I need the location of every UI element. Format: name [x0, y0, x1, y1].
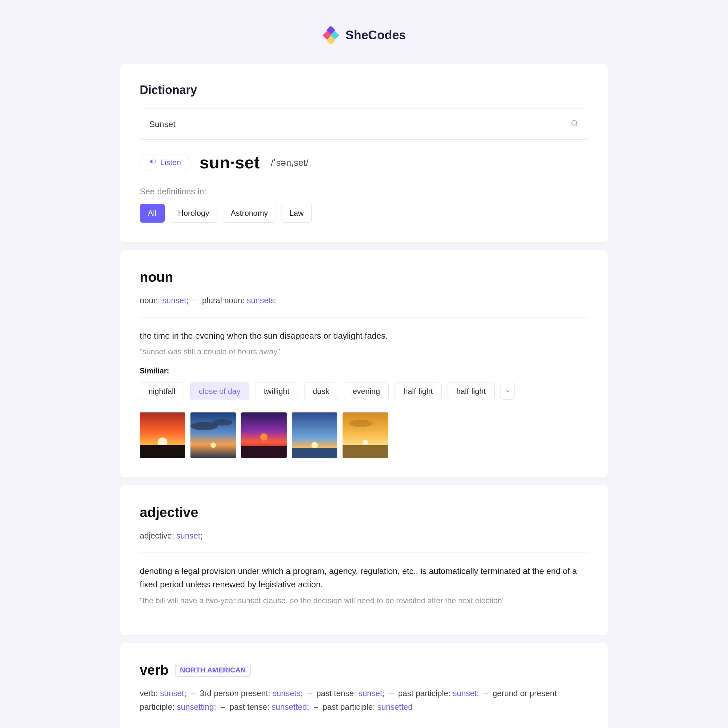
adjective-example: "the bill will have a two-year sunset cl…: [140, 596, 588, 605]
pos-heading-noun: noun: [140, 269, 588, 285]
svg-rect-8: [140, 445, 185, 458]
brand-header: SheCodes: [120, 26, 608, 44]
pos-heading-verb: verb NORTH AMERICAN: [140, 662, 588, 678]
phonetic: /ˈsənˌset/: [271, 157, 309, 168]
similar-pill[interactable]: half-light: [395, 382, 442, 400]
noun-definition: the time in the evening when the sun dis…: [140, 329, 588, 343]
category-pill-astronomy[interactable]: Astronomy: [223, 204, 276, 223]
divider: [140, 724, 588, 724]
sunset-thumb[interactable]: [241, 413, 287, 458]
noun-card: noun noun: sunset; – plural noun: sunset…: [120, 250, 608, 477]
noun-forms: noun: sunset; – plural noun: sunsets;: [140, 294, 588, 307]
listen-button[interactable]: Listen: [140, 154, 190, 171]
sound-icon: [149, 158, 156, 167]
region-badge: NORTH AMERICAN: [175, 664, 251, 677]
svg-point-20: [349, 419, 373, 427]
sunset-thumb[interactable]: [343, 413, 388, 458]
headword: sun·set: [200, 153, 260, 172]
search-icon[interactable]: [570, 119, 579, 130]
category-pill-law[interactable]: Law: [281, 204, 312, 223]
verb-card: verb NORTH AMERICAN verb: sunset; – 3rd …: [120, 643, 608, 728]
similar-row: nightfallclose of daytwillightduskevenin…: [140, 382, 588, 400]
dictionary-title: Dictionary: [140, 83, 588, 97]
similar-pill[interactable]: nightfall: [140, 382, 184, 400]
svg-rect-15: [241, 446, 287, 458]
svg-rect-9: [190, 413, 236, 458]
similar-label: Similiar:: [140, 367, 588, 375]
expand-similar-button[interactable]: [500, 383, 515, 400]
similar-pill[interactable]: dusk: [304, 382, 338, 400]
logo-icon: [322, 26, 340, 44]
divider: [140, 317, 588, 318]
sunset-thumb[interactable]: [292, 413, 337, 458]
brand-name: SheCodes: [346, 28, 406, 42]
noun-example: "sunset was still a couple of hours away…: [140, 347, 588, 356]
divider: [140, 552, 588, 553]
verb-forms: verb: sunset; – 3rd person present: suns…: [140, 687, 588, 714]
similar-pill[interactable]: twillight: [255, 382, 298, 400]
svg-point-11: [212, 419, 232, 426]
headword-row: Listen sun·set /ˈsənˌset/: [140, 153, 588, 172]
sunset-thumb[interactable]: [190, 413, 236, 458]
sunset-thumb[interactable]: [140, 413, 185, 458]
image-thumbnails: [140, 413, 588, 458]
svg-rect-22: [343, 445, 388, 458]
adjective-definition: denoting a legal provision under which a…: [140, 564, 588, 592]
see-definitions-label: See definitions in:: [140, 187, 588, 197]
svg-point-21: [363, 440, 368, 445]
search-field-wrap[interactable]: [140, 109, 588, 140]
svg-point-14: [260, 433, 268, 440]
listen-label: Listen: [160, 158, 181, 167]
adjective-card: adjective adjective: sunset; denoting a …: [120, 485, 608, 635]
category-pills: AllHorologyAstronomyLaw: [140, 204, 588, 223]
svg-point-12: [211, 442, 216, 448]
pos-label-verb: verb: [140, 662, 169, 678]
svg-rect-18: [292, 448, 337, 458]
similar-pill[interactable]: close of day: [190, 382, 249, 400]
adjective-forms: adjective: sunset;: [140, 529, 588, 543]
svg-point-4: [572, 120, 577, 125]
search-input[interactable]: [149, 119, 570, 129]
svg-line-5: [576, 124, 578, 126]
category-pill-all[interactable]: All: [140, 204, 165, 223]
pos-heading-adjective: adjective: [140, 505, 588, 520]
dictionary-search-card: Dictionary Listen sun·set: [120, 64, 608, 242]
chevron-down-icon: [505, 389, 510, 394]
similar-pill[interactable]: half-light: [448, 382, 495, 400]
similar-pill[interactable]: evening: [344, 382, 389, 400]
svg-point-17: [311, 442, 318, 448]
category-pill-horology[interactable]: Horology: [170, 204, 217, 223]
